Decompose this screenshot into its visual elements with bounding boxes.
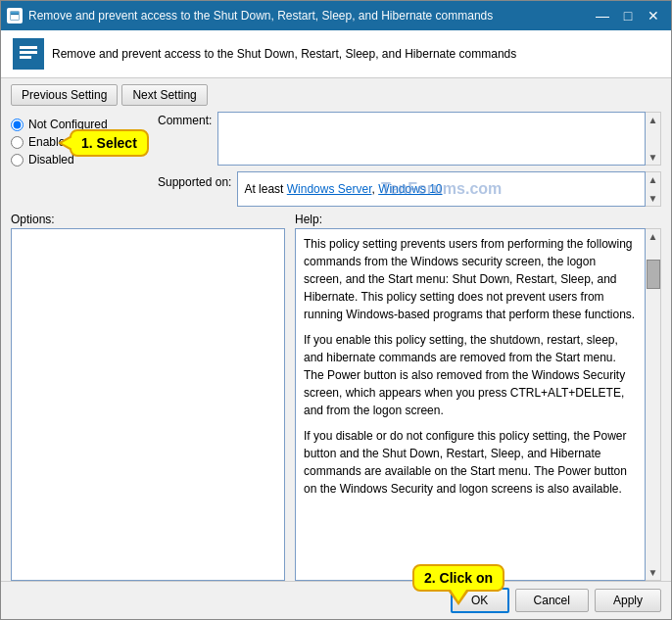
supported-box: At least Windows Server, Windows 10 TenF… [237, 171, 646, 207]
help-scroll-down[interactable]: ▼ [646, 565, 660, 580]
supported-scroll-up[interactable]: ▲ [646, 172, 660, 187]
radio-disabled-input[interactable] [11, 154, 24, 167]
help-scroll-up[interactable]: ▲ [646, 229, 660, 244]
next-setting-button[interactable]: Next Setting [121, 84, 207, 106]
help-paragraph-2: If you enable this policy setting, the s… [304, 331, 637, 419]
svg-rect-4 [20, 46, 37, 49]
radio-not-configured-input[interactable] [11, 119, 24, 131]
window-icon [7, 8, 23, 24]
minimize-button[interactable]: — [591, 6, 614, 25]
comment-input[interactable] [217, 112, 646, 166]
policy-header-text: Remove and prevent access to the Shut Do… [52, 47, 516, 61]
content-area: Not Configured Enabled Disabled 1. Selec… [1, 112, 671, 581]
close-button[interactable]: ✕ [642, 6, 665, 25]
supported-label: Supported on: [158, 171, 231, 189]
supported-section: Supported on: At least Windows Server, W… [158, 171, 661, 207]
comment-wrapper: ▲ ▼ [217, 112, 661, 166]
supported-scrollbar: ▲ ▼ [646, 171, 661, 207]
radio-enabled-input[interactable] [11, 136, 24, 149]
cancel-button[interactable]: Cancel [515, 589, 589, 612]
scroll-up-arrow[interactable]: ▲ [646, 113, 660, 127]
help-label: Help: [295, 213, 322, 226]
supported-text: At least Windows Server, Windows 10 [244, 182, 442, 196]
footer: 2. Click on OK Cancel Apply [1, 581, 671, 619]
right-panel: Comment: ▲ ▼ Supported on: At [158, 112, 661, 207]
policy-header: Remove and prevent access to the Shut Do… [1, 30, 671, 78]
top-section: Not Configured Enabled Disabled 1. Selec… [11, 112, 661, 207]
svg-rect-6 [20, 56, 31, 59]
scroll-down-arrow[interactable]: ▼ [646, 150, 660, 165]
options-box [11, 228, 285, 581]
supported-box-wrapper: At least Windows Server, Windows 10 TenF… [237, 171, 661, 207]
title-bar: Remove and prevent access to the Shut Do… [1, 1, 671, 30]
scrollbar-thumb[interactable] [647, 260, 660, 289]
maximize-button[interactable]: □ [616, 6, 640, 25]
middle-labels: Options: Help: [11, 213, 661, 226]
disabled-label: Disabled [28, 153, 74, 167]
apply-button[interactable]: Apply [595, 589, 661, 612]
svg-rect-2 [11, 12, 19, 14]
comment-scrollbar: ▲ ▼ [646, 112, 661, 166]
svg-rect-5 [20, 51, 37, 54]
policy-icon [13, 38, 44, 70]
comment-section: Comment: ▲ ▼ [158, 112, 661, 166]
help-paragraph-3: If you disable or do not configure this … [304, 427, 637, 498]
supported-scroll-down[interactable]: ▼ [646, 191, 660, 206]
annotation-1: 1. Select [70, 129, 149, 157]
help-box-wrapper: This policy setting prevents users from … [295, 228, 661, 581]
title-bar-controls: — □ ✕ [591, 6, 665, 25]
previous-setting-button[interactable]: Previous Setting [11, 84, 118, 106]
annotation-2: 2. Click on [412, 564, 504, 592]
comment-label: Comment: [158, 112, 212, 127]
svg-rect-1 [11, 15, 19, 20]
help-box: This policy setting prevents users from … [295, 228, 646, 581]
toolbar: Previous Setting Next Setting [1, 78, 671, 112]
bottom-section: This policy setting prevents users from … [11, 228, 661, 581]
options-label: Options: [11, 213, 285, 226]
title-bar-text: Remove and prevent access to the Shut Do… [28, 9, 591, 23]
help-paragraph-1: This policy setting prevents users from … [304, 235, 637, 323]
help-scrollbar: ▲ ▼ [646, 228, 661, 581]
main-window: Remove and prevent access to the Shut Do… [0, 0, 672, 620]
radio-group: Not Configured Enabled Disabled 1. Selec… [11, 112, 148, 207]
